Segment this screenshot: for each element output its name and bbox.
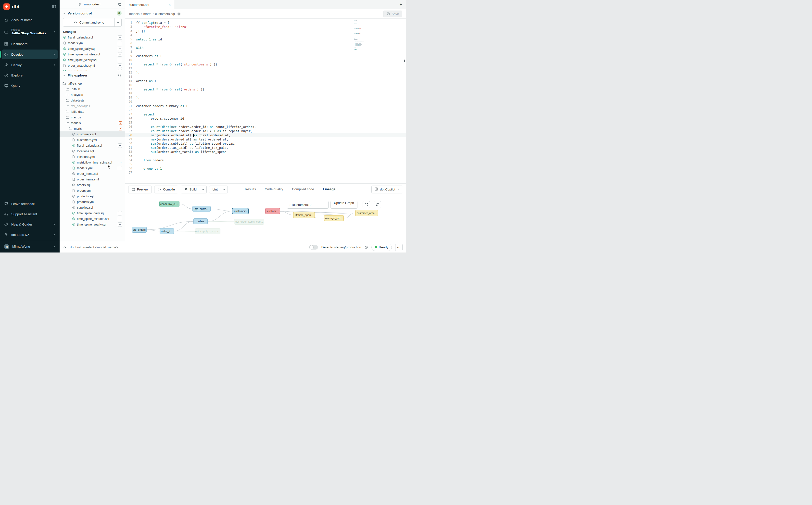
file-row[interactable]: orders.sql [59,182,125,188]
changed-file-row[interactable]: models.yml+ [59,40,125,46]
code-line[interactable]: 25 [125,121,406,125]
file-row[interactable]: order_items.yml [59,176,125,182]
code-line[interactable]: 12 [125,66,406,70]
copy-icon[interactable] [118,2,122,6]
code-line[interactable]: 27 count(distinct orders.order_id) > 1 a… [125,129,406,133]
nav-help-guides[interactable]: Help & Guides [0,219,59,229]
lineage-node-ecom-raw-cu[interactable]: ecom.raw_cu... [159,201,179,207]
code-line[interactable]: 21customer_orders_summary as ( [125,104,406,108]
build-button[interactable]: Build [181,186,200,193]
folder-row[interactable]: jaffle-shop [59,80,125,86]
file-row[interactable]: customers.sql [59,131,125,137]
globe-icon[interactable] [177,12,181,16]
stage-file-button[interactable]: + [118,46,122,51]
code-line[interactable]: 18 [125,92,406,96]
file-row[interactable]: metricflow_time_spine.sql⋯ [59,160,125,165]
changed-file-row[interactable]: order_snapshot.yml+ [59,63,125,68]
stage-file-button[interactable]: + [118,166,122,170]
editor-minimap[interactable] [354,20,370,51]
status-badge[interactable]: Ready [371,244,392,251]
nav-query[interactable]: Query [0,80,59,91]
save-button[interactable]: Save [383,11,402,17]
file-row[interactable]: models.yml+ [59,165,125,171]
code-line[interactable]: 22 [125,108,406,112]
lint-options-button[interactable] [221,186,227,193]
changed-file-row[interactable]: time_spine_yearly.sql+ [59,57,125,63]
refresh-button[interactable] [374,201,381,208]
lineage-node-test-order-items-com[interactable]: test_order_items_com... [234,219,264,224]
changed-file-row[interactable]: stg_orders.sql+ [59,68,125,71]
breadcrumb-segment[interactable]: marts [143,12,152,16]
panel-tab-lineage[interactable]: Lineage [318,184,340,195]
nav-project[interactable]: Project Jaffle Shop Snowflake [0,25,59,39]
code-line[interactable]: 14 [125,75,406,79]
code-line[interactable]: 23 select [125,112,406,117]
nav-user-menu[interactable]: M Mirna Wong [0,241,59,251]
nav-deploy[interactable]: Deploy [0,60,59,70]
fullscreen-button[interactable] [363,201,370,208]
stage-file-button[interactable]: + [118,217,122,221]
nav-support-assistant[interactable]: Support Assistant [0,209,59,219]
folder-row[interactable]: models [59,120,125,126]
command-input[interactable]: dbt build --select <model_name> [70,245,306,249]
code-line[interactable]: 34 from orders [125,158,406,162]
nav-dashboard[interactable]: Dashboard [0,39,59,49]
defer-toggle[interactable] [309,245,318,249]
close-icon[interactable]: × [168,3,171,7]
code-line[interactable]: 28 min(orders.ordered_at) as first_order… [125,133,406,137]
file-row[interactable]: products.yml [59,199,125,205]
commit-and-sync-button[interactable]: Commit and sync [63,18,122,27]
nav-account-home[interactable]: Account home [0,15,59,25]
folder-row[interactable]: dbt_packages [59,103,125,109]
lineage-search-input[interactable] [287,201,329,209]
lineage-node-lifetime-spen[interactable]: lifetime_spen... [293,212,315,218]
code-line[interactable]: 26 count(distinct orders.order_id) as co… [125,125,406,129]
code-line[interactable]: 10 [125,58,406,62]
compile-button[interactable]: Compile [154,186,178,193]
code-line[interactable]: 11 select * from {{ ref('stg_customers')… [125,62,406,66]
editor-scrollbar-thumb[interactable] [404,59,405,62]
file-row[interactable]: supplies.sql [59,205,125,210]
stage-file-button[interactable]: + [118,222,122,227]
file-row[interactable]: locations.yml [59,154,125,160]
version-control-header[interactable]: Version control 8 [59,9,125,18]
stage-file-button[interactable]: + [118,143,122,148]
file-menu-button[interactable]: ⋯ [119,161,122,165]
tab-customers-sql[interactable]: customers.sql × [125,0,174,9]
code-line[interactable]: 35 [125,162,406,166]
code-line[interactable]: 17 select * from {{ ref('orders') }} [125,87,406,92]
nav-dbt-labs-dx[interactable]: dbt Labs DX [0,229,59,240]
nav-develop[interactable]: Develop [2,49,57,59]
build-options-button[interactable] [200,186,206,193]
lint-button[interactable]: Lint [209,186,221,193]
file-row[interactable]: products.sql [59,193,125,199]
collapse-sidebar-icon[interactable] [52,5,56,9]
preview-button[interactable]: Preview [128,186,152,193]
code-line[interactable]: 29 max(orders.ordered_at) as last_ordere… [125,137,406,142]
stage-file-button[interactable]: + [118,63,122,68]
lineage-node-stg-orders[interactable]: stg_orders [132,227,147,233]
file-explorer-header[interactable]: File explorer [59,71,125,80]
code-line[interactable]: 30 sum(orders.subtotal) as lifetime_spen… [125,142,406,146]
code-line[interactable]: 19), [125,96,406,100]
panel-tab-code-quality[interactable]: Code quality [261,184,288,195]
code-line[interactable]: 32 sum(orders.order_total) as lifetime_s… [125,150,406,154]
breadcrumb-segment[interactable]: models [129,12,140,16]
folder-row[interactable]: data-tests [59,98,125,103]
code-line[interactable]: 36 group by 1 [125,166,406,171]
chevron-up-icon[interactable] [63,245,66,249]
lineage-node-customer-orde[interactable]: customer_orde... [355,210,378,216]
changed-file-row[interactable]: fiscal_calendar.sql+ [59,34,125,40]
info-icon[interactable] [364,245,368,249]
code-line[interactable]: 13), [125,70,406,75]
new-tab-button[interactable]: + [396,0,406,9]
commit-options-button[interactable] [115,18,121,26]
file-row[interactable]: time_spine_daily.sql+ [59,210,125,216]
code-line[interactable]: 9customers as ( [125,54,406,58]
folder-row[interactable]: marts [59,126,125,131]
dbt-logo[interactable] [3,3,10,10]
stage-file-button[interactable]: + [118,211,122,215]
code-line[interactable]: 37 [125,171,406,175]
file-row[interactable]: locations.sql [59,148,125,154]
nav-leave-feedback[interactable]: Leave feedback [0,199,59,209]
